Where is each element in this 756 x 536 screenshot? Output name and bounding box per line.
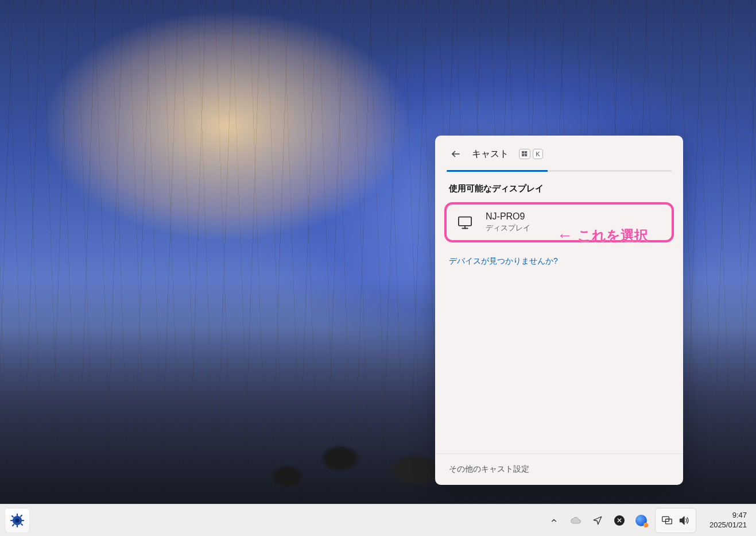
svg-rect-11	[17, 525, 18, 527]
k-key: K	[533, 149, 543, 159]
cast-header: キャスト K	[435, 136, 683, 170]
svg-point-9	[15, 518, 20, 522]
cast-panel: キャスト K 使用可能なディスプレイ NJ-PRO9 ディスプレイ デバイスが見…	[435, 136, 683, 485]
arrow-left-icon	[451, 149, 461, 159]
taskbar-left	[5, 508, 30, 533]
svg-rect-12	[10, 519, 13, 520]
settings-app-button[interactable]	[5, 508, 30, 533]
svg-rect-5	[459, 217, 471, 226]
clock-date: 2025/01/21	[710, 520, 747, 530]
volume-icon	[679, 515, 690, 526]
svg-marker-21	[680, 516, 685, 524]
available-displays-label: 使用可能なディスプレイ	[435, 178, 683, 202]
device-name: NJ-PRO9	[486, 211, 530, 222]
chevron-up-icon	[550, 516, 558, 525]
shortcut-hint: K	[519, 149, 543, 159]
svg-rect-17	[12, 523, 15, 526]
gear-icon	[10, 513, 25, 528]
onedrive-tray-icon[interactable]	[565, 508, 586, 533]
location-tray-icon[interactable]	[587, 508, 608, 533]
device-type: ディスプレイ	[486, 223, 530, 233]
taskbar-clock[interactable]: 9:47 2025/01/21	[700, 511, 751, 530]
close-icon: ✕	[614, 515, 625, 526]
clock-time: 9:47	[732, 511, 747, 520]
copilot-tray-icon[interactable]	[631, 508, 652, 533]
annotation-callout: ← これを選択	[557, 226, 648, 245]
cast-title: キャスト	[472, 148, 509, 160]
tray-overflow-button[interactable]	[544, 508, 564, 533]
copilot-icon	[635, 515, 647, 526]
svg-marker-18	[594, 516, 602, 525]
svg-rect-10	[17, 514, 18, 516]
device-not-found-link[interactable]: デバイスが見つかりませんか?	[435, 242, 683, 267]
svg-rect-13	[22, 519, 24, 520]
cast-icon	[661, 515, 673, 526]
svg-rect-1	[522, 151, 524, 153]
svg-rect-16	[20, 514, 23, 517]
more-cast-settings-link[interactable]: その他のキャスト設定	[435, 453, 683, 485]
svg-rect-4	[525, 154, 527, 156]
annotation-text: これを選択	[577, 226, 648, 245]
cloud-icon	[570, 515, 581, 526]
back-button[interactable]	[448, 146, 464, 162]
loading-progress	[447, 170, 672, 172]
svg-rect-14	[11, 515, 14, 518]
location-icon	[592, 515, 603, 526]
svg-rect-3	[522, 154, 524, 156]
taskbar-right: ✕ 9:47 2025/01/21	[544, 504, 751, 536]
device-text: NJ-PRO9 ディスプレイ	[486, 211, 530, 233]
win-key-icon	[519, 149, 530, 159]
monitor-icon	[457, 214, 473, 230]
arrow-left-icon: ←	[557, 227, 573, 244]
taskbar: ✕ 9:47 2025/01/21	[0, 504, 756, 536]
svg-rect-15	[21, 523, 24, 526]
close-tray-badge[interactable]: ✕	[609, 508, 630, 533]
svg-rect-2	[525, 151, 527, 153]
system-tray-group[interactable]	[655, 508, 696, 533]
